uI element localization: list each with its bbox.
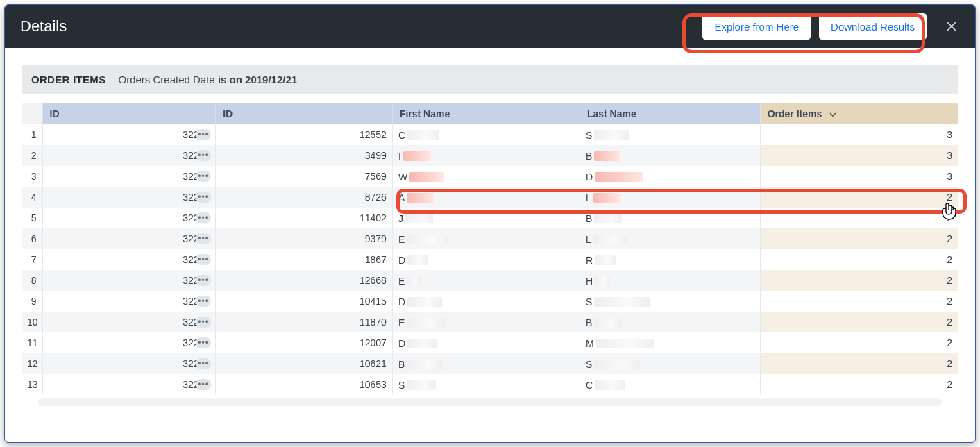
- table-row[interactable]: 232220•••3499IB3: [22, 145, 958, 166]
- column-header-id2[interactable]: ID: [216, 103, 393, 124]
- download-results-button[interactable]: Download Results: [819, 13, 927, 40]
- cell-id1[interactable]: 32243•••: [43, 332, 217, 353]
- cell-last-name[interactable]: R: [580, 249, 761, 270]
- column-header-order-items[interactable]: Order Items: [761, 103, 958, 124]
- cell-id2[interactable]: 7569: [216, 166, 393, 187]
- ellipsis-icon[interactable]: •••: [196, 379, 211, 390]
- horizontal-scrollbar[interactable]: [38, 398, 942, 406]
- table-row[interactable]: 1332234•••10653SC2: [22, 374, 958, 395]
- cell-first-name[interactable]: E: [393, 270, 580, 291]
- cell-order-items[interactable]: 3: [761, 145, 958, 166]
- table-row[interactable]: 332224•••7569WD3: [22, 166, 958, 187]
- ellipsis-icon[interactable]: •••: [196, 317, 211, 328]
- close-icon[interactable]: [942, 17, 961, 36]
- ellipsis-icon[interactable]: •••: [196, 275, 211, 286]
- cell-id1[interactable]: 32238•••: [43, 208, 217, 228]
- cell-first-name[interactable]: C: [393, 124, 580, 145]
- ellipsis-icon[interactable]: •••: [196, 212, 211, 224]
- cell-id1[interactable]: 32250•••: [43, 124, 217, 145]
- cell-first-name[interactable]: B: [393, 353, 580, 374]
- cell-last-name[interactable]: S: [580, 124, 761, 145]
- cell-first-name[interactable]: W: [393, 166, 580, 187]
- cell-last-name[interactable]: L: [580, 228, 761, 249]
- cell-last-name[interactable]: B: [580, 145, 761, 166]
- cell-id1[interactable]: 32251•••: [43, 270, 217, 291]
- cell-first-name[interactable]: D: [393, 332, 580, 353]
- ellipsis-icon[interactable]: •••: [196, 129, 211, 140]
- cell-last-name[interactable]: C: [580, 374, 761, 395]
- cell-order-items[interactable]: 2: [761, 291, 958, 312]
- cell-id2[interactable]: 11402: [216, 208, 393, 228]
- cell-id2[interactable]: 12668: [216, 270, 393, 291]
- cell-order-items[interactable]: 2: [761, 249, 958, 270]
- cell-id2[interactable]: 10653: [216, 374, 393, 395]
- explore-from-here-button[interactable]: Explore from Here: [702, 13, 811, 40]
- cell-order-items[interactable]: 3: [761, 166, 958, 187]
- cell-id1[interactable]: 32224•••: [43, 166, 217, 187]
- column-header-last-name[interactable]: Last Name: [580, 103, 761, 124]
- cell-order-items[interactable]: 2: [761, 374, 958, 395]
- cell-id1[interactable]: 32234•••: [43, 374, 217, 395]
- cell-last-name[interactable]: B: [580, 312, 761, 332]
- table-row[interactable]: 1232233•••10621BS2: [22, 353, 958, 374]
- cell-id1[interactable]: 32242•••: [43, 312, 217, 332]
- cell-id1[interactable]: 32228•••: [43, 228, 217, 249]
- table-row[interactable]: 932231•••10415DS2: [22, 291, 958, 312]
- cell-last-name[interactable]: S: [580, 291, 761, 312]
- cell-order-items[interactable]: 2: [761, 270, 958, 291]
- cell-first-name[interactable]: E: [393, 312, 580, 332]
- cell-last-name[interactable]: L: [580, 187, 761, 208]
- cell-first-name[interactable]: I: [393, 145, 580, 166]
- table-row[interactable]: 532238•••11402JB2: [22, 208, 958, 228]
- cell-order-items[interactable]: 2: [761, 353, 958, 374]
- ellipsis-icon[interactable]: •••: [196, 171, 211, 182]
- cell-id2[interactable]: 12552: [216, 124, 393, 145]
- ellipsis-icon[interactable]: •••: [196, 150, 211, 161]
- ellipsis-icon[interactable]: •••: [196, 233, 211, 244]
- cell-first-name[interactable]: D: [393, 291, 580, 312]
- cell-id2[interactable]: 12007: [216, 332, 393, 353]
- cell-first-name[interactable]: S: [393, 374, 580, 395]
- cell-order-items[interactable]: 2: [761, 332, 958, 353]
- cell-id1[interactable]: 32226•••: [43, 187, 217, 208]
- cell-id1[interactable]: 32231•••: [43, 291, 217, 312]
- table-row[interactable]: 1132243•••12007DM2: [22, 332, 958, 353]
- ellipsis-icon[interactable]: •••: [196, 192, 211, 203]
- cell-order-items[interactable]: 3: [761, 124, 958, 145]
- cell-first-name[interactable]: J: [393, 208, 580, 228]
- cell-id2[interactable]: 11870: [216, 312, 393, 332]
- table-row[interactable]: 732219•••1867DR2: [22, 249, 958, 270]
- cell-id2[interactable]: 3499: [216, 145, 393, 166]
- cell-last-name[interactable]: H: [580, 270, 761, 291]
- cell-last-name[interactable]: S: [580, 353, 761, 374]
- table-row[interactable]: 432226•••8726AL2: [22, 187, 958, 208]
- cell-id2[interactable]: 1867: [216, 249, 393, 270]
- cell-id2[interactable]: 8726: [216, 187, 393, 208]
- cell-order-items[interactable]: 2: [761, 312, 958, 332]
- cell-order-items[interactable]: 2: [761, 208, 958, 228]
- table-row[interactable]: 132250•••12552CS3: [22, 124, 958, 145]
- cell-last-name[interactable]: B: [580, 208, 761, 228]
- cell-last-name[interactable]: D: [580, 166, 761, 187]
- cell-first-name[interactable]: D: [393, 249, 580, 270]
- ellipsis-icon[interactable]: •••: [196, 358, 211, 369]
- cell-id2[interactable]: 9379: [216, 228, 393, 249]
- cell-first-name[interactable]: A: [393, 187, 580, 208]
- cell-id1[interactable]: 32219•••: [43, 249, 217, 270]
- ellipsis-icon[interactable]: •••: [196, 254, 211, 265]
- table-row[interactable]: 1032242•••11870EB2: [22, 312, 958, 332]
- cell-first-name[interactable]: E: [393, 228, 580, 249]
- cell-order-items[interactable]: 2: [761, 187, 958, 208]
- cell-id1[interactable]: 32233•••: [43, 353, 217, 374]
- column-header-id1[interactable]: ID: [43, 103, 217, 124]
- ellipsis-icon[interactable]: •••: [196, 296, 211, 307]
- cell-order-items[interactable]: 2: [761, 228, 958, 249]
- cell-id2[interactable]: 10415: [216, 291, 393, 312]
- table-row[interactable]: 632228•••9379EL2: [22, 228, 958, 249]
- column-header-first-name[interactable]: First Name: [393, 103, 580, 124]
- ellipsis-icon[interactable]: •••: [196, 337, 211, 348]
- cell-id1[interactable]: 32220•••: [43, 145, 217, 166]
- cell-id2[interactable]: 10621: [216, 353, 393, 374]
- table-row[interactable]: 832251•••12668EH2: [22, 270, 958, 291]
- cell-last-name[interactable]: M: [580, 332, 761, 353]
